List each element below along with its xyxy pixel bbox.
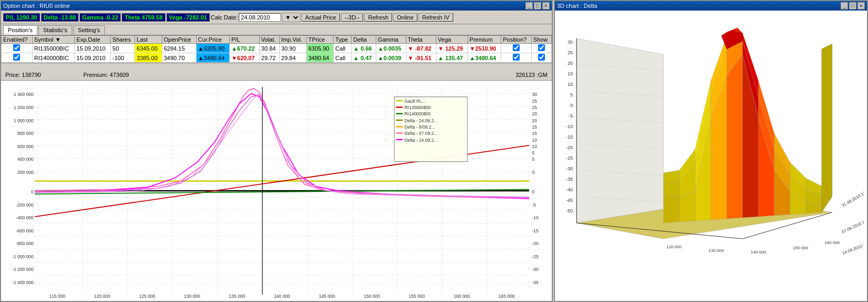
- horizontal-scrollbar[interactable]: [1, 63, 552, 69]
- svg-text:-30: -30: [532, 267, 538, 272]
- svg-text:-800 000: -800 000: [16, 241, 34, 247]
- position-check-2[interactable]: [501, 53, 531, 63]
- right-window-title: 3D chart : Delta: [557, 3, 597, 9]
- svg-text:115 000: 115 000: [49, 293, 65, 299]
- svg-marker-112: [577, 38, 664, 239]
- col-tprice: TPrice: [306, 36, 333, 44]
- refresh-iv-button[interactable]: Refresh IV: [418, 13, 453, 22]
- calc-date-dropdown[interactable]: ▼: [282, 13, 300, 22]
- tab-settings[interactable]: Setting's: [73, 25, 105, 35]
- tab-statistics[interactable]: Statistic's: [38, 25, 72, 35]
- col-impvol: Imp.Vol.: [279, 36, 306, 44]
- svg-text:15: 15: [532, 131, 537, 137]
- impvol-1: 30.90: [279, 44, 306, 53]
- svg-text:-30: -30: [566, 166, 573, 171]
- positions-table: Enabled? Symbol ▼ Exp.Date Shares Last O…: [1, 35, 552, 63]
- svg-text:-10: -10: [566, 124, 573, 129]
- enabled-check-2[interactable]: [2, 53, 33, 63]
- col-position: Position?: [501, 36, 531, 44]
- svg-text:150 000: 150 000: [793, 246, 808, 250]
- curprice-2: ▲3480.64: [196, 53, 229, 63]
- right-minimize-button[interactable]: _: [841, 2, 848, 9]
- svg-text:-45: -45: [566, 198, 573, 203]
- svg-text:-35: -35: [566, 177, 573, 182]
- tprice-2: 3480.64: [306, 53, 333, 63]
- svg-text:Delta - 07.09.2...: Delta - 07.09.2...: [404, 131, 437, 137]
- svg-text:130 000: 130 000: [708, 248, 724, 253]
- svg-marker-115: [679, 191, 695, 222]
- actual-price-button[interactable]: Actual Price: [301, 13, 340, 22]
- svg-text:Delta - 14.09.2...: Delta - 14.09.2...: [404, 137, 437, 143]
- price-label: Price:: [5, 72, 22, 78]
- tabs-bar: Position's Statistic's Setting's: [1, 24, 552, 35]
- close-button[interactable]: ×: [542, 2, 550, 9]
- shares-2: -100: [111, 53, 135, 63]
- tprice-1: 6305.90: [306, 44, 333, 53]
- svg-text:10: 10: [568, 82, 573, 87]
- 3d-button[interactable]: --3D--: [341, 13, 364, 22]
- col-pl: P/L: [229, 36, 259, 44]
- svg-text:-5: -5: [532, 202, 536, 208]
- col-enabled: Enabled?: [2, 36, 33, 44]
- table-row: RI135000BIC 15.09.2010 50 6345.00 6284.1…: [2, 44, 552, 53]
- chart-svg: 1 400 000 1 200 000 1 000 000 800 000 60…: [1, 81, 552, 301]
- refresh-button[interactable]: Refresh: [364, 13, 392, 22]
- shares-1: 50: [111, 44, 135, 53]
- price-value: 138790: [22, 72, 41, 78]
- svg-text:-5: -5: [569, 113, 573, 119]
- svg-text:25: 25: [532, 105, 537, 111]
- svg-text:125 000: 125 000: [139, 293, 155, 299]
- svg-text:-400 000: -400 000: [16, 215, 34, 221]
- delta-badge: Delta -13.88: [41, 13, 79, 22]
- toolbar: P/L 1290.30 Delta -13.88 Gamma -0.22 The…: [1, 11, 552, 24]
- col-premium: Premium: [467, 36, 501, 44]
- left-title-bar: Option chart : RIU0 online _ □ ×: [1, 1, 552, 11]
- volat-1: 30.84: [259, 44, 279, 53]
- right-title-bar: 3D chart : Delta _ □ ×: [555, 1, 867, 11]
- svg-text:-200 000: -200 000: [16, 202, 34, 208]
- svg-text:-1 200 000: -1 200 000: [12, 267, 34, 272]
- openprice-1: 6284.15: [162, 44, 196, 53]
- option-chart[interactable]: 1 400 000 1 200 000 1 000 000 800 000 60…: [1, 81, 552, 301]
- svg-rect-76: [396, 106, 403, 108]
- show-check-1[interactable]: [531, 44, 551, 53]
- col-theta: Theta: [406, 36, 436, 44]
- svg-text:Gault PL...: Gault PL...: [404, 98, 425, 104]
- col-gamma: Gamma: [376, 36, 406, 44]
- left-window: Option chart : RIU0 online _ □ × P/L 129…: [0, 0, 553, 302]
- svg-text:130 000: 130 000: [184, 293, 200, 299]
- col-shares: Shares: [111, 36, 135, 44]
- show-check-2[interactable]: [531, 53, 551, 63]
- delta-1: ▲ 0.66: [352, 44, 376, 53]
- svg-marker-114: [664, 197, 679, 223]
- expdate-2: 15.09.2010: [75, 53, 111, 63]
- svg-marker-146: [822, 44, 832, 212]
- svg-text:160 000: 160 000: [454, 293, 470, 299]
- svg-rect-86: [396, 139, 403, 140]
- svg-text:155 000: 155 000: [408, 293, 425, 299]
- tab-positions[interactable]: Position's: [3, 25, 37, 35]
- premium-label: Premium:: [83, 72, 110, 78]
- svg-text:0: 0: [532, 169, 534, 175]
- premium-2: ▲3480.64: [467, 53, 501, 63]
- minimize-button[interactable]: _: [525, 2, 533, 9]
- position-check-1[interactable]: [501, 44, 531, 53]
- gamma-1: ▲0.0035: [376, 44, 406, 53]
- right-close-button[interactable]: ×: [857, 2, 865, 9]
- right-restore-button[interactable]: □: [849, 2, 856, 9]
- svg-text:30: 30: [532, 92, 537, 98]
- type-2: Call: [334, 53, 352, 63]
- gm-value: 326123 :GM: [515, 72, 548, 78]
- online-button[interactable]: Online: [393, 13, 417, 22]
- curprice-1: ▲6305.90: [196, 44, 229, 53]
- svg-text:-20: -20: [566, 145, 573, 150]
- calc-date-input[interactable]: [239, 13, 281, 22]
- svg-text:160 000: 160 000: [824, 240, 840, 245]
- restore-button[interactable]: □: [534, 2, 541, 9]
- svg-text:15: 15: [532, 124, 537, 130]
- svg-text:800 000: 800 000: [17, 131, 34, 137]
- theta-2: ▼ -91.51: [406, 53, 436, 63]
- enabled-check-1[interactable]: [2, 44, 33, 53]
- svg-text:10: 10: [532, 143, 537, 149]
- svg-text:145 000: 145 000: [319, 293, 335, 299]
